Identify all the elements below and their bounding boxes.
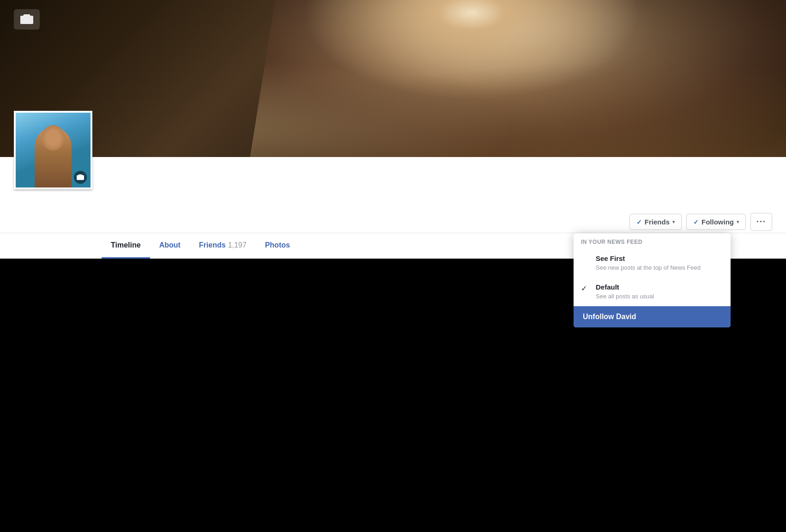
dropdown-item-see-first[interactable]: See First See new posts at the top of Ne… [574,249,731,278]
update-profile-photo-button[interactable] [74,171,87,184]
tab-about-label: About [159,241,181,249]
dropdown-item-default[interactable]: ✓ Default See all posts as usual [574,278,731,306]
profile-page: David Sandel ✓ Friends ▾ ✓ Following ▾ [0,0,786,532]
tab-photos[interactable]: Photos [256,233,299,259]
unfollow-button[interactable]: Unfollow David [574,306,731,327]
profile-photo-container [14,111,92,189]
camera-icon [19,13,34,26]
profile-camera-icon [77,174,84,181]
see-first-description: See new posts at the top of News Feed [596,264,701,271]
see-first-text: See First See new posts at the top of Ne… [596,254,723,272]
tab-about[interactable]: About [150,233,190,259]
friends-button-label: Friends [645,218,670,226]
following-check-icon: ✓ [693,218,699,226]
camera-svg [20,14,33,25]
action-buttons: ✓ Friends ▾ ✓ Following ▾ ··· [629,213,772,231]
friends-chevron-icon: ▾ [672,219,675,224]
tab-friends-label: Friends [199,241,226,249]
friends-count: 1,197 [228,241,247,249]
tab-friends[interactable]: Friends 1,197 [190,233,256,259]
tab-timeline-label: Timeline [111,241,141,249]
tab-photos-label: Photos [265,241,290,249]
tab-timeline[interactable]: Timeline [102,233,150,259]
following-button[interactable]: ✓ Following ▾ [686,214,746,230]
following-button-label: Following [701,218,734,226]
default-description: See all posts as usual [596,293,654,300]
friends-button[interactable]: ✓ Friends ▾ [629,214,682,230]
update-cover-photo-button[interactable] [14,9,40,30]
following-dropdown-menu: IN YOUR NEWS FEED See First See new post… [574,233,731,327]
more-button[interactable]: ··· [750,213,772,231]
friends-check-icon: ✓ [636,218,642,226]
following-chevron-icon: ▾ [737,219,739,224]
default-title: Default [596,283,723,291]
see-first-title: See First [596,254,723,262]
default-text: Default See all posts as usual [596,283,723,301]
unfollow-prefix: Unfollow [583,313,616,320]
default-check-icon: ✓ [581,283,590,293]
unfollow-label: Unfollow David [583,313,636,321]
dropdown-section-header: IN YOUR NEWS FEED [574,233,731,249]
see-first-check [581,254,590,264]
unfollow-name: David [616,313,636,320]
